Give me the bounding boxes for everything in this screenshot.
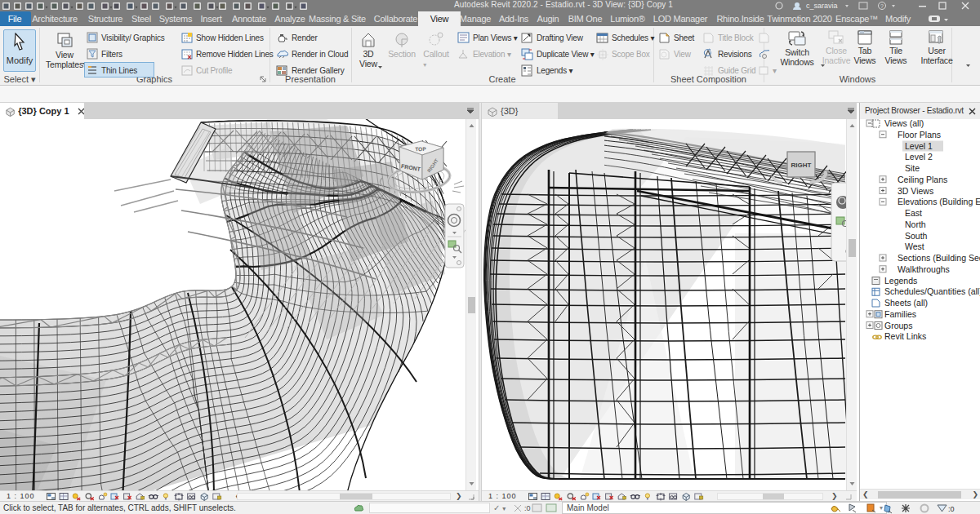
svg-text:TOP: TOP (415, 146, 426, 153)
svg-text:Views (all): Views (all) (884, 119, 924, 128)
svg-text:c_saravia: c_saravia (806, 2, 838, 10)
svg-text:Groups: Groups (884, 321, 912, 330)
svg-text:Floor Plans: Floor Plans (898, 130, 941, 140)
svg-text:Sheets (all): Sheets (all) (884, 298, 928, 308)
svg-text:East: East (905, 208, 922, 218)
svg-text:Revit Links: Revit Links (884, 331, 926, 341)
svg-text:Legends: Legends (884, 276, 917, 286)
svg-text:RIGHT: RIGHT (791, 162, 812, 169)
svg-text:3D Views: 3D Views (898, 186, 933, 196)
svg-text:Site: Site (905, 163, 920, 173)
svg-text:Schedules/Quantities (all): Schedules/Quantities (all) (884, 286, 980, 296)
svg-text:Level 1: Level 1 (905, 141, 933, 151)
svg-text:Sections (Building Section: Sections (Building Section (898, 253, 980, 263)
svg-text:Elevations (Building Eleva: Elevations (Building Eleva (898, 197, 980, 206)
svg-text:West: West (905, 241, 924, 251)
svg-text:North: North (905, 219, 926, 229)
svg-text::0: :0 (948, 505, 955, 513)
svg-text:Level 2: Level 2 (905, 152, 933, 162)
svg-text:Walkthroughs: Walkthroughs (898, 264, 950, 274)
svg-text::0: :0 (524, 504, 531, 512)
svg-text:Families: Families (884, 309, 916, 319)
svg-text:?: ? (880, 3, 884, 9)
svg-text:Ceiling Plans: Ceiling Plans (898, 175, 947, 184)
svg-text:South: South (905, 231, 928, 241)
